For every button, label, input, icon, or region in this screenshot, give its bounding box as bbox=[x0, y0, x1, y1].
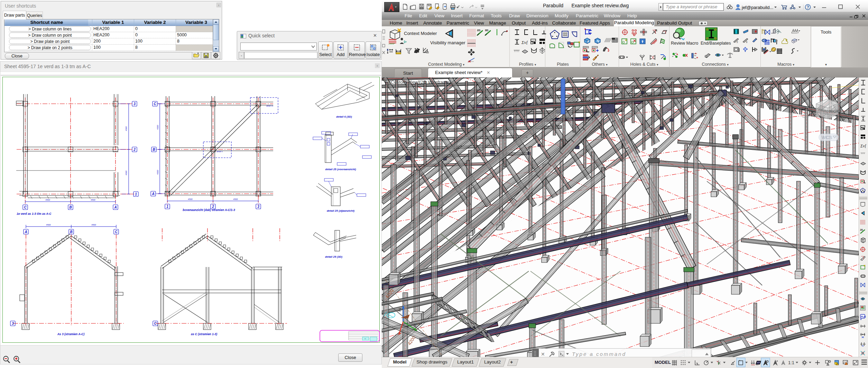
svg-text:1:1: 1:1 bbox=[788, 360, 794, 365]
svg-text:detail 25 (3D): detail 25 (3D) bbox=[325, 255, 342, 258]
svg-text:as C (stramien 1-3): as C (stramien 1-3) bbox=[191, 332, 217, 336]
svg-text:3: 3 bbox=[12, 322, 14, 325]
svg-text:4500: 4500 bbox=[125, 171, 127, 175]
svg-text:detail 25 (zijaanzicht): detail 25 (zijaanzicht) bbox=[327, 209, 354, 212]
svg-text:detail x: detail x bbox=[216, 150, 223, 153]
svg-text:C: C bbox=[154, 102, 156, 106]
svg-text:detail 6 (3D): detail 6 (3D) bbox=[336, 115, 352, 118]
svg-text:detail 25 (vooraanzicht): detail 25 (vooraanzicht) bbox=[325, 168, 356, 171]
svg-text:bovenaanzicht (dak) stramien A: bovenaanzicht (dak) stramien A-C/1-3 bbox=[183, 208, 235, 212]
svg-text:As 3 (stramien A-C): As 3 (stramien A-C) bbox=[57, 332, 85, 336]
svg-text:1: 1 bbox=[166, 205, 168, 209]
svg-text:B: B bbox=[153, 148, 155, 151]
svg-text:1: 1 bbox=[135, 192, 137, 196]
svg-text:C: C bbox=[115, 230, 118, 234]
svg-text:C: C bbox=[154, 322, 157, 325]
svg-text:3: 3 bbox=[257, 205, 259, 209]
svg-text:A: A bbox=[24, 230, 27, 234]
svg-text:B: B bbox=[70, 230, 72, 234]
svg-text:2: 2 bbox=[133, 148, 136, 151]
svg-text:1e verd as 1-3 t/m as A-C: 1e verd as 1-3 t/m as A-C bbox=[17, 212, 52, 215]
svg-text:xx: xx bbox=[364, 338, 367, 340]
svg-text:3: 3 bbox=[133, 102, 136, 106]
svg-text:A: A bbox=[151, 192, 154, 196]
svg-text:4500: 4500 bbox=[233, 198, 238, 200]
svg-text:4500: 4500 bbox=[157, 170, 159, 175]
svg-text:A: A bbox=[114, 205, 117, 209]
svg-text:detail xx: detail xx bbox=[266, 105, 273, 107]
svg-text:4500: 4500 bbox=[91, 224, 96, 226]
svg-text:B: B bbox=[69, 205, 72, 209]
svg-text:4500: 4500 bbox=[46, 224, 51, 226]
svg-text:4500: 4500 bbox=[188, 198, 193, 200]
svg-text:C: C bbox=[24, 205, 27, 209]
svg-text:4500: 4500 bbox=[157, 125, 159, 130]
svg-text:4500: 4500 bbox=[45, 199, 50, 201]
svg-text:4500: 4500 bbox=[91, 199, 95, 201]
svg-text:4500: 4500 bbox=[125, 126, 127, 131]
